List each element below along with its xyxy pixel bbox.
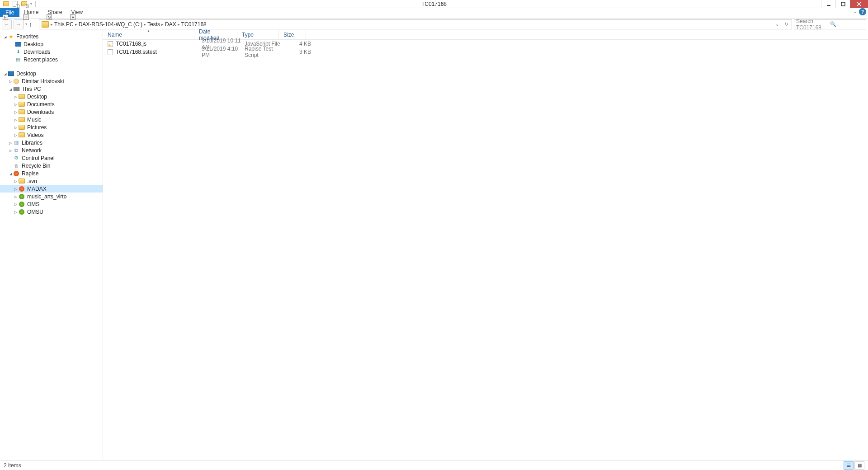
recent-locations-dropdown[interactable]: ▾ bbox=[25, 22, 27, 26]
tree-item[interactable]: Rapise bbox=[0, 169, 103, 177]
status-bar: 2 items ☰ ▦ bbox=[0, 460, 868, 470]
tree-item[interactable]: Pictures bbox=[0, 123, 103, 131]
qat-separator bbox=[35, 1, 36, 7]
tree-item[interactable]: OMSU bbox=[0, 208, 103, 216]
qat-folder-icon[interactable] bbox=[2, 0, 10, 8]
column-name[interactable]: Name bbox=[103, 30, 194, 39]
tree-item[interactable]: OMS bbox=[0, 200, 103, 208]
breadcrumb-sep[interactable]: ▸ bbox=[143, 22, 146, 27]
breadcrumb-sep[interactable]: ▸ bbox=[161, 22, 164, 27]
file-date: 3/21/2019 4:10 PM bbox=[202, 46, 245, 58]
address-bar[interactable]: ▸ This PC ▸ DAX-RDS-104-WQ_C (C:) ▸ Test… bbox=[39, 19, 792, 29]
keytip-share: S bbox=[47, 14, 52, 20]
help-icon[interactable]: ? bbox=[859, 8, 866, 15]
svg-rect-1 bbox=[841, 2, 845, 6]
ribbon-file-tab[interactable]: File F bbox=[0, 8, 19, 17]
file-icon bbox=[107, 49, 114, 55]
tree-item[interactable]: ⧉Network bbox=[0, 146, 103, 154]
keytip-file: F bbox=[3, 14, 8, 20]
search-placeholder: Search TC017168 bbox=[796, 18, 830, 31]
title-bar: 1 2 ▾ TC017168 bbox=[0, 0, 868, 8]
ribbon-tab-share[interactable]: Share S bbox=[43, 8, 66, 16]
search-icon: 🔍 bbox=[830, 21, 864, 27]
tree-item[interactable]: 🗑Recycle Bin bbox=[0, 162, 103, 169]
close-button[interactable] bbox=[850, 0, 868, 8]
file-size: 3 KB bbox=[286, 49, 311, 55]
forward-button[interactable]: → bbox=[14, 19, 24, 29]
breadcrumb-sep[interactable]: ▸ bbox=[50, 22, 53, 27]
column-headers: Name Date modified Type Size bbox=[103, 30, 868, 40]
refresh-button[interactable]: ↻ bbox=[782, 20, 791, 29]
breadcrumb-current[interactable]: TC017168 bbox=[180, 21, 208, 28]
tree-item[interactable]: ▥Libraries bbox=[0, 139, 103, 146]
address-folder-icon bbox=[42, 21, 49, 28]
tree-item[interactable]: Downloads bbox=[0, 108, 103, 116]
content-pane[interactable]: Name Date modified Type Size TC017168.js… bbox=[103, 30, 868, 460]
view-thumbnails-button[interactable]: ▦ bbox=[854, 461, 864, 470]
tree-item[interactable]: This PC bbox=[0, 85, 103, 93]
file-name: TC017168.js bbox=[116, 41, 202, 47]
file-icon bbox=[107, 41, 114, 47]
quick-access-toolbar: 1 2 ▾ bbox=[0, 0, 37, 8]
breadcrumb-sep[interactable]: ▸ bbox=[75, 22, 78, 27]
breadcrumb-tests[interactable]: Tests bbox=[146, 21, 161, 28]
tree-item[interactable]: .svn bbox=[0, 177, 103, 185]
window-controls bbox=[821, 0, 868, 8]
ribbon: File F Home H Share S View V ⌄ ? bbox=[0, 8, 868, 18]
tree-item[interactable]: ⚙Control Panel bbox=[0, 154, 103, 162]
status-text: 2 items bbox=[4, 462, 21, 469]
column-type[interactable]: Type bbox=[237, 30, 279, 39]
ribbon-tab-view[interactable]: View V bbox=[66, 8, 87, 16]
tree-fav-item[interactable]: Desktop bbox=[0, 40, 103, 48]
keytip-view: V bbox=[70, 14, 75, 20]
keytip-home: H bbox=[23, 14, 29, 20]
column-date[interactable]: Date modified bbox=[194, 30, 237, 39]
search-input[interactable]: Search TC017168 🔍 bbox=[794, 19, 866, 29]
up-button[interactable]: ↑ bbox=[29, 21, 37, 28]
file-size: 4 KB bbox=[286, 41, 311, 47]
navigation-bar: ← → ▾ ↑ ▸ This PC ▸ DAX-RDS-104-WQ_C (C:… bbox=[0, 18, 868, 30]
file-list: TC017168.js3/15/2019 10:11 AMJavaScript … bbox=[103, 40, 868, 56]
breadcrumb-dax[interactable]: DAX bbox=[164, 21, 177, 28]
tree-item[interactable]: Desktop bbox=[0, 70, 103, 77]
column-size[interactable]: Size bbox=[279, 30, 306, 39]
address-dropdown[interactable]: ⌄ bbox=[773, 20, 782, 29]
minimize-button[interactable] bbox=[821, 0, 835, 8]
tree-item[interactable]: Music bbox=[0, 116, 103, 123]
breadcrumb-this-pc[interactable]: This PC bbox=[53, 21, 75, 28]
tree-favorites[interactable]: ★Favorites bbox=[0, 33, 103, 40]
back-button[interactable]: ← bbox=[2, 19, 12, 29]
navigation-pane[interactable]: ★FavoritesDesktop⬇Downloads▤Recent place… bbox=[0, 30, 103, 460]
file-type: Rapise Test Script bbox=[245, 46, 286, 58]
maximize-button[interactable] bbox=[835, 0, 850, 8]
tree-item[interactable]: Dimitar Hristovski bbox=[0, 77, 103, 85]
tree-item[interactable]: MADAX bbox=[0, 185, 103, 193]
view-details-button[interactable]: ☰ bbox=[844, 461, 854, 470]
qat-newfolder-icon[interactable]: 2 bbox=[20, 0, 28, 8]
tree-fav-item[interactable]: ▤Recent places bbox=[0, 56, 103, 63]
tree-fav-item[interactable]: ⬇Downloads bbox=[0, 48, 103, 56]
qat-properties-icon[interactable]: 1 bbox=[11, 0, 19, 8]
file-name: TC017168.sstest bbox=[116, 49, 202, 55]
main-area: ★FavoritesDesktop⬇Downloads▤Recent place… bbox=[0, 30, 868, 460]
ribbon-expand-icon[interactable]: ⌄ bbox=[854, 9, 857, 14]
qat-customize-dropdown[interactable]: ▾ bbox=[29, 2, 33, 6]
tree-item[interactable]: Videos bbox=[0, 131, 103, 139]
file-row[interactable]: TC017168.sstest3/21/2019 4:10 PMRapise T… bbox=[103, 48, 868, 56]
window-title: TC017168 bbox=[421, 1, 447, 7]
tree-item[interactable]: Desktop bbox=[0, 93, 103, 100]
breadcrumb-sep[interactable]: ▸ bbox=[177, 22, 180, 27]
tree-item[interactable]: music_arts_virto bbox=[0, 193, 103, 200]
tree-item[interactable]: Documents bbox=[0, 100, 103, 108]
ribbon-tab-home[interactable]: Home H bbox=[19, 8, 43, 16]
breadcrumb-drive[interactable]: DAX-RDS-104-WQ_C (C:) bbox=[78, 21, 143, 28]
